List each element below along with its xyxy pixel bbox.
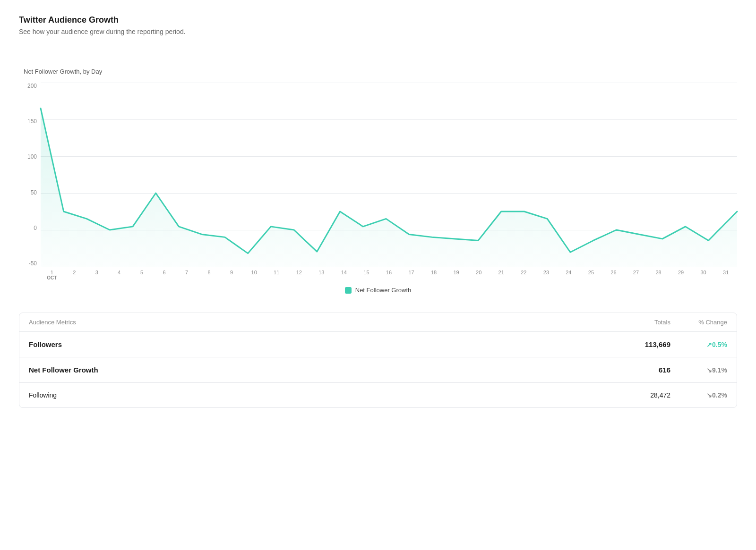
chart-area-fill [41, 108, 737, 267]
y-axis: 200 150 100 50 0 -50 [19, 83, 41, 281]
header-change: % Change [670, 319, 727, 326]
metric-following-total: 28,472 [614, 391, 670, 399]
metric-following-change: ↘0.2% [670, 391, 727, 399]
x-label-11: 11 [265, 270, 288, 275]
x-axis: 1 OCT 2 3 4 5 6 7 8 9 10 11 12 13 14 15 … [41, 267, 737, 281]
x-label-2: 2 [63, 270, 86, 275]
x-label-25: 25 [580, 270, 602, 275]
chart-container: 200 150 100 50 0 -50 [19, 83, 737, 281]
metric-followers-change: ↗0.5% [670, 341, 727, 348]
metrics-row-followers: Followers 113,669 ↗0.5% [19, 332, 737, 357]
x-label-5: 5 [130, 270, 153, 275]
metrics-row-following: Following 28,472 ↘0.2% [19, 383, 737, 407]
metric-net-growth-change: ↘9.1% [670, 366, 727, 374]
y-label-200: 200 [19, 83, 41, 89]
y-label-50: 50 [19, 189, 41, 196]
x-label-7: 7 [175, 270, 198, 275]
grid-area [41, 83, 737, 267]
x-label-20: 20 [467, 270, 490, 275]
x-label-29: 29 [670, 270, 692, 275]
metrics-table-header: Audience Metrics Totals % Change [19, 313, 737, 332]
metric-net-growth-total: 616 [614, 366, 670, 374]
y-label-100: 100 [19, 153, 41, 160]
x-label-10: 10 [243, 270, 266, 275]
header-metric: Audience Metrics [29, 319, 614, 326]
x-label-26: 26 [602, 270, 625, 275]
x-label-6: 6 [153, 270, 176, 275]
x-label-3: 3 [86, 270, 108, 275]
x-label-27: 27 [625, 270, 647, 275]
x-label-22: 22 [512, 270, 535, 275]
metrics-row-net-growth: Net Follower Growth 616 ↘9.1% [19, 357, 737, 383]
chart-label: Net Follower Growth, by Day [19, 68, 737, 75]
x-label-30: 30 [692, 270, 715, 275]
metric-followers-label: Followers [29, 340, 614, 348]
x-label-13: 13 [310, 270, 333, 275]
x-label-17: 17 [400, 270, 423, 275]
metric-following-label: Following [29, 391, 614, 399]
chart-legend: Net Follower Growth [19, 287, 737, 294]
page-title: Twitter Audience Growth [19, 15, 737, 25]
x-label-19: 19 [445, 270, 468, 275]
chart-section: Net Follower Growth, by Day 200 150 100 … [19, 59, 737, 301]
metric-followers-total: 113,669 [614, 340, 670, 348]
x-label-24: 24 [558, 270, 580, 275]
y-label-neg50: -50 [19, 260, 41, 267]
x-label-23: 23 [535, 270, 558, 275]
x-label-31: 31 [714, 270, 737, 275]
y-label-150: 150 [19, 118, 41, 125]
x-label-28: 28 [647, 270, 670, 275]
x-label-14: 14 [333, 270, 355, 275]
metric-net-growth-label: Net Follower Growth [29, 366, 614, 374]
x-label-4: 4 [108, 270, 131, 275]
metrics-table: Audience Metrics Totals % Change Followe… [19, 313, 737, 408]
x-label-1: 1 OCT [41, 270, 63, 280]
x-label-12: 12 [288, 270, 310, 275]
x-label-15: 15 [355, 270, 378, 275]
y-label-0: 0 [19, 225, 41, 231]
x-label-9: 9 [220, 270, 243, 275]
line-chart-svg [41, 83, 737, 267]
header-divider [19, 47, 737, 47]
x-label-16: 16 [378, 270, 400, 275]
x-label-21: 21 [490, 270, 513, 275]
x-label-18: 18 [422, 270, 445, 275]
x-label-8: 8 [198, 270, 221, 275]
header-total: Totals [614, 319, 670, 326]
legend-label: Net Follower Growth [355, 287, 411, 294]
legend-color [345, 287, 352, 294]
page-subtitle: See how your audience grew during the re… [19, 28, 737, 35]
